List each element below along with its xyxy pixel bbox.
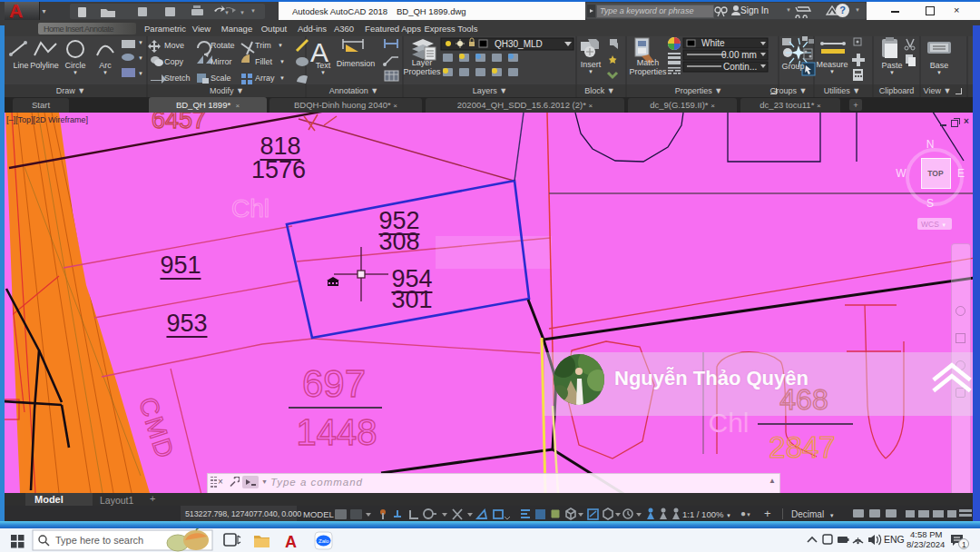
svg-text:4:58 PM: 4:58 PM (910, 529, 942, 539)
svg-text:Type here to search: Type here to search (55, 535, 143, 546)
svg-text:▼: ▼ (224, 10, 230, 15)
svg-text:▼: ▼ (240, 10, 245, 15)
svg-text:Zalo: Zalo (318, 538, 329, 544)
svg-text:8/23/2024: 8/23/2024 (906, 539, 945, 549)
svg-text:▼: ▼ (250, 8, 256, 14)
svg-text:A: A (285, 533, 297, 551)
svg-text:1: 1 (962, 540, 966, 549)
svg-text:ENG: ENG (884, 534, 905, 545)
